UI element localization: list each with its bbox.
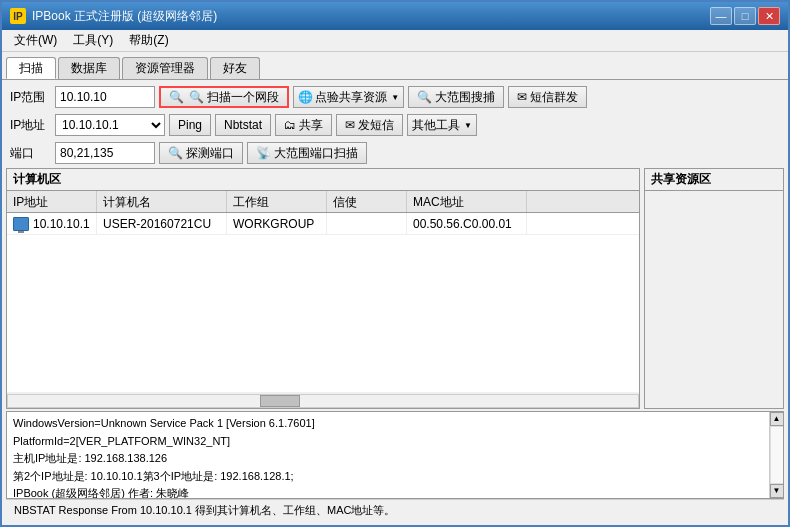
probe-port-button[interactable]: 🔍 探测端口 bbox=[159, 142, 243, 164]
col-header-messenger: 信使 bbox=[327, 191, 407, 212]
send-sms-button[interactable]: ✉ 发短信 bbox=[336, 114, 403, 136]
other-tools-button[interactable]: 其他工具 ▼ bbox=[407, 114, 477, 136]
title-bar: IP IPBook 正式注册版 (超级网络邻居) — □ ✕ bbox=[2, 2, 788, 30]
scrollbar-thumb[interactable] bbox=[260, 395, 300, 407]
content-area: 计算机区 IP地址 计算机名 工作组 信使 MAC地址 10.10.10.1 bbox=[6, 168, 784, 409]
scan-segment-button[interactable]: 🔍 🔍 扫描一个网段 bbox=[159, 86, 289, 108]
cell-messenger bbox=[327, 213, 407, 234]
computer-icon bbox=[13, 217, 29, 231]
col-header-ip: IP地址 bbox=[7, 191, 97, 212]
info-line-3: 主机IP地址是: 192.168.138.126 bbox=[13, 450, 759, 468]
inner-content: IP范围 🔍 🔍 扫描一个网段 🌐 点验共享资源 ▼ 🔍 大范围搜捕 ✉ 短信群… bbox=[2, 80, 788, 525]
col-header-mac: MAC地址 bbox=[407, 191, 527, 212]
scroll-track[interactable] bbox=[770, 426, 784, 484]
info-line-1: WindowsVersion=Unknown Service Pack 1 [V… bbox=[13, 415, 759, 433]
tab-friends[interactable]: 好友 bbox=[210, 57, 260, 79]
bottom-scrollbar: ▲ ▼ bbox=[769, 412, 783, 498]
probe-icon: 🔍 bbox=[168, 146, 183, 160]
port-input[interactable] bbox=[55, 142, 155, 164]
port-label: 端口 bbox=[6, 145, 51, 162]
close-button[interactable]: ✕ bbox=[758, 7, 780, 25]
menu-bar: 文件(W) 工具(Y) 帮助(Z) bbox=[2, 30, 788, 52]
app-icon: IP bbox=[10, 8, 26, 24]
bottom-text-content: WindowsVersion=Unknown Service Pack 1 [V… bbox=[13, 415, 777, 499]
ip-range-label: IP范围 bbox=[6, 89, 51, 106]
table-row[interactable]: 10.10.10.1 USER-20160721CU WORKGROUP 00.… bbox=[7, 213, 639, 235]
shared-area: 共享资源区 bbox=[644, 168, 784, 409]
verify-share-button[interactable]: 🌐 点验共享资源 ▼ bbox=[293, 86, 404, 108]
menu-tools[interactable]: 工具(Y) bbox=[65, 31, 121, 51]
computer-area: 计算机区 IP地址 计算机名 工作组 信使 MAC地址 10.10.10.1 bbox=[6, 168, 640, 409]
tab-database[interactable]: 数据库 bbox=[58, 57, 120, 79]
col-header-name: 计算机名 bbox=[97, 191, 227, 212]
scroll-up-button[interactable]: ▲ bbox=[770, 412, 784, 426]
minimize-button[interactable]: — bbox=[710, 7, 732, 25]
verify-dropdown-arrow: ▼ bbox=[391, 93, 399, 102]
scroll-down-button[interactable]: ▼ bbox=[770, 484, 784, 498]
bottom-info-area: WindowsVersion=Unknown Service Pack 1 [V… bbox=[6, 411, 784, 499]
sms-broadcast-button[interactable]: ✉ 短信群发 bbox=[508, 86, 587, 108]
mail-icon: ✉ bbox=[517, 90, 527, 104]
menu-file[interactable]: 文件(W) bbox=[6, 31, 65, 51]
ping-button[interactable]: Ping bbox=[169, 114, 211, 136]
nbtstat-button[interactable]: Nbtstat bbox=[215, 114, 271, 136]
share-button[interactable]: 🗂 共享 bbox=[275, 114, 332, 136]
info-line-2: PlatformId=2[VER_PLATFORM_WIN32_NT] bbox=[13, 433, 759, 451]
computer-area-header: 计算机区 bbox=[7, 169, 639, 191]
share-icon: 🗂 bbox=[284, 118, 296, 132]
search-icon: 🔍 bbox=[169, 90, 184, 104]
window-title: IPBook 正式注册版 (超级网络邻居) bbox=[32, 8, 710, 25]
cell-name: USER-20160721CU bbox=[97, 213, 227, 234]
search-wide-icon: 🔍 bbox=[417, 90, 432, 104]
info-line-5: IPBook (超级网络邻居) 作者: 朱晓峰 bbox=[13, 485, 759, 499]
table-header: IP地址 计算机名 工作组 信使 MAC地址 bbox=[7, 191, 639, 213]
status-text: NBSTAT Response From 10.10.10.1 得到其计算机名、… bbox=[14, 503, 395, 518]
menu-help[interactable]: 帮助(Z) bbox=[121, 31, 176, 51]
cell-workgroup: WORKGROUP bbox=[227, 213, 327, 234]
main-window: IP IPBook 正式注册版 (超级网络邻居) — □ ✕ 文件(W) 工具(… bbox=[0, 0, 790, 527]
maximize-button[interactable]: □ bbox=[734, 7, 756, 25]
info-line-4: 第2个IP地址是: 10.10.10.1第3个IP地址是: 192.168.12… bbox=[13, 468, 759, 486]
wide-port-scan-button[interactable]: 📡 大范围端口扫描 bbox=[247, 142, 367, 164]
horizontal-scrollbar[interactable] bbox=[7, 394, 639, 408]
ip-addr-label: IP地址 bbox=[6, 117, 51, 134]
toolbar-row-1: IP范围 🔍 🔍 扫描一个网段 🌐 点验共享资源 ▼ 🔍 大范围搜捕 ✉ 短信群… bbox=[6, 84, 784, 110]
tab-resource[interactable]: 资源管理器 bbox=[122, 57, 208, 79]
tab-scan[interactable]: 扫描 bbox=[6, 57, 56, 79]
toolbar-row-2: IP地址 10.10.10.1 Ping Nbtstat 🗂 共享 ✉ 发短信 … bbox=[6, 112, 784, 138]
ip-address-select[interactable]: 10.10.10.1 bbox=[55, 114, 165, 136]
wide-port-icon: 📡 bbox=[256, 146, 271, 160]
col-header-workgroup: 工作组 bbox=[227, 191, 327, 212]
table-body: 10.10.10.1 USER-20160721CU WORKGROUP 00.… bbox=[7, 213, 639, 392]
status-bar: NBSTAT Response From 10.10.10.1 得到其计算机名、… bbox=[6, 499, 784, 521]
other-tools-dropdown-arrow: ▼ bbox=[464, 121, 472, 130]
wide-search-button[interactable]: 🔍 大范围搜捕 bbox=[408, 86, 504, 108]
tab-bar: 扫描 数据库 资源管理器 好友 bbox=[2, 52, 788, 80]
cell-mac: 00.50.56.C0.00.01 bbox=[407, 213, 527, 234]
ip-range-input[interactable] bbox=[55, 86, 155, 108]
shared-area-header: 共享资源区 bbox=[645, 169, 783, 191]
cell-ip: 10.10.10.1 bbox=[7, 213, 97, 234]
window-controls: — □ ✕ bbox=[710, 7, 780, 25]
sms-icon: ✉ bbox=[345, 118, 355, 132]
network-icon: 🌐 bbox=[298, 90, 313, 104]
toolbar-row-3: 端口 🔍 探测端口 📡 大范围端口扫描 bbox=[6, 140, 784, 166]
